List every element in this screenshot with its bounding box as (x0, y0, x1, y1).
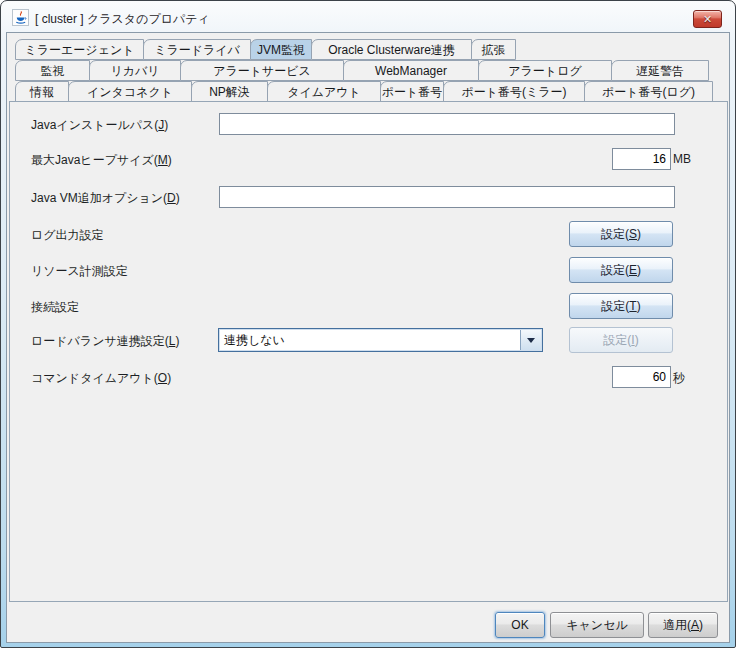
max-java-heap-input[interactable] (612, 148, 671, 170)
window-title: [ cluster ] クラスタのプロパティ (35, 11, 210, 28)
tab-timeout[interactable]: タイムアウト (267, 81, 381, 102)
resource-measurement-label: リソース計測設定 (31, 263, 128, 280)
tab-delay-warning[interactable]: 遅延警告 (611, 60, 709, 81)
resource-measurement-settings-button[interactable]: 設定(E) (569, 257, 673, 283)
tab-row-1: ミラーエージェント ミラードライバ JVM監視 Oracle Clusterwa… (15, 39, 516, 60)
dialog-body: ミラーエージェント ミラードライバ JVM監視 Oracle Clusterwa… (6, 32, 730, 643)
command-timeout-input[interactable] (612, 366, 671, 388)
java-install-path-label: Javaインストールパス(J) (31, 117, 168, 134)
connection-label: 接続設定 (31, 299, 79, 316)
log-output-label: ログ出力設定 (31, 227, 104, 244)
max-java-heap-unit: MB (673, 152, 691, 166)
load-balancer-combo[interactable]: 連携しない (218, 328, 543, 352)
java-vm-options-input[interactable] (219, 186, 675, 208)
tab-monitor[interactable]: 監視 (15, 60, 90, 81)
command-timeout-unit: 秒 (673, 370, 685, 387)
tab-webmanager[interactable]: WebManager (343, 60, 479, 81)
java-install-path-input[interactable] (219, 113, 675, 135)
tab-port-number-mirror[interactable]: ポート番号(ミラー) (443, 81, 585, 102)
close-icon: ✕ (703, 13, 712, 25)
tab-recovery[interactable]: リカバリ (89, 60, 181, 81)
tab-oracle-clusterware[interactable]: Oracle Clusterware連携 (311, 39, 472, 60)
load-balancer-settings-button: 設定(I) (569, 327, 673, 353)
title-bar[interactable]: [ cluster ] クラスタのプロパティ ✕ (3, 3, 733, 32)
tab-info[interactable]: 情報 (15, 81, 69, 102)
tab-mirror-agent[interactable]: ミラーエージェント (15, 39, 144, 60)
dialog-window: [ cluster ] クラスタのプロパティ ✕ ミラーエージェント ミラードラ… (0, 0, 736, 648)
load-balancer-selected-value: 連携しない (224, 332, 285, 349)
tab-alert-service[interactable]: アラートサービス (180, 60, 344, 81)
java-vm-options-label: Java VM追加オプション(D) (31, 190, 180, 207)
tab-port-number-log[interactable]: ポート番号(ログ) (584, 81, 713, 102)
java-icon (12, 9, 29, 26)
close-button[interactable]: ✕ (693, 10, 722, 28)
apply-button[interactable]: 適用(A) (648, 612, 718, 638)
ok-button[interactable]: OK (495, 612, 545, 638)
tab-extension[interactable]: 拡張 (471, 39, 516, 60)
tab-interconnect[interactable]: インタコネクト (68, 81, 192, 102)
chevron-down-icon (520, 330, 541, 350)
tab-port-number[interactable]: ポート番号 (380, 81, 444, 102)
tab-jvm-monitor[interactable]: JVM監視 (250, 39, 312, 60)
log-output-settings-button[interactable]: 設定(S) (569, 221, 673, 247)
tab-mirror-driver[interactable]: ミラードライバ (143, 39, 251, 60)
tab-row-3: 情報 インタコネクト NP解決 タイムアウト ポート番号 ポート番号(ミラー) … (15, 81, 713, 102)
cancel-button[interactable]: キャンセル (550, 612, 644, 638)
tab-np-resolution[interactable]: NP解決 (191, 81, 268, 102)
command-timeout-label: コマンドタイムアウト(O) (31, 370, 171, 387)
max-java-heap-label: 最大Javaヒープサイズ(M) (31, 152, 172, 169)
tab-alert-log[interactable]: アラートログ (478, 60, 612, 81)
connection-settings-button[interactable]: 設定(T) (569, 293, 673, 319)
tab-row-2: 監視 リカバリ アラートサービス WebManager アラートログ 遅延警告 (15, 60, 709, 81)
load-balancer-label: ロードバランサ連携設定(L) (31, 333, 179, 350)
